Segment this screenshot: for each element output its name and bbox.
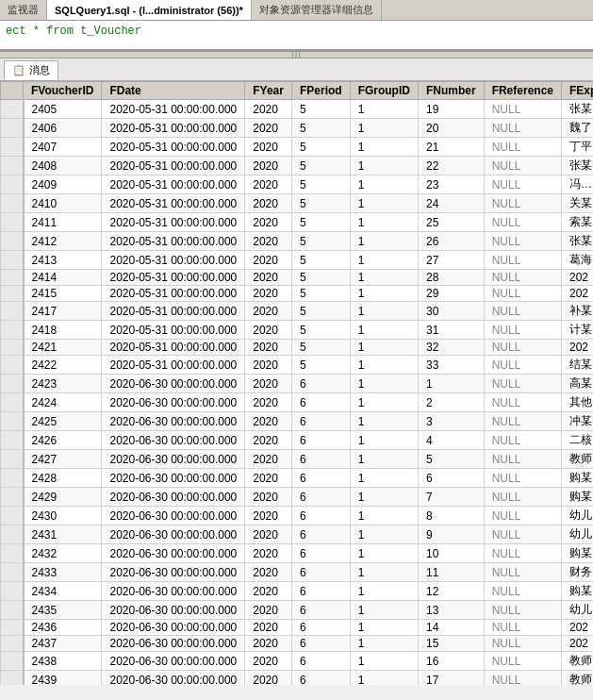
table-row[interactable]: 24152020-05-31 00:00:00.00020205129NULL2… <box>1 286 594 302</box>
table-cell: 2020 <box>245 213 292 232</box>
table-cell: 1 <box>350 119 418 138</box>
table-cell: 1 <box>350 450 418 469</box>
table-cell: 6 <box>291 375 350 393</box>
table-cell: 202 <box>562 620 594 636</box>
row-num <box>1 620 24 636</box>
row-num <box>1 302 24 321</box>
table-cell: NULL <box>484 340 561 356</box>
table-cell: 1 <box>350 636 418 652</box>
tab-monitor[interactable]: 监视器 <box>0 0 47 20</box>
tab-messages[interactable]: 📋 消息 <box>4 60 58 80</box>
table-cell: NULL <box>484 601 561 620</box>
table-row[interactable]: 24222020-05-31 00:00:00.00020205133NULL结… <box>1 356 594 375</box>
table-cell: 2020-06-30 00:00:00.000 <box>102 431 245 450</box>
row-num <box>1 507 24 525</box>
table-row[interactable]: 24112020-05-31 00:00:00.00020205125NULL索… <box>1 213 594 232</box>
table-cell: NULL <box>484 507 561 525</box>
table-row[interactable]: 24122020-05-31 00:00:00.00020205126NULL张… <box>1 232 594 251</box>
table-cell: 2408 <box>24 157 102 175</box>
table-cell: 5 <box>291 213 350 232</box>
table-cell: 2020-06-30 00:00:00.000 <box>102 412 245 431</box>
table-row[interactable]: 24322020-06-30 00:00:00.00020206110NULL购… <box>1 544 594 563</box>
col-no <box>1 82 24 100</box>
table-cell: 2020-06-30 00:00:00.000 <box>102 450 245 469</box>
table-row[interactable]: 24062020-05-31 00:00:00.00020205120NULL魏… <box>1 119 594 138</box>
table-row[interactable]: 24232020-06-30 00:00:00.0002020611NULL高某 <box>1 375 594 393</box>
table-row[interactable]: 24242020-06-30 00:00:00.0002020612NULL其他 <box>1 393 594 412</box>
table-cell: 6 <box>418 469 484 488</box>
table-row[interactable]: 24382020-06-30 00:00:00.00020206116NULL教… <box>1 652 594 671</box>
table-row[interactable]: 24252020-06-30 00:00:00.0002020613NULL冲某 <box>1 412 594 431</box>
table-row[interactable]: 24292020-06-30 00:00:00.0002020617NULL购某 <box>1 488 594 507</box>
table-row[interactable]: 24092020-05-31 00:00:00.00020205123NULL冯… <box>1 175 594 194</box>
table-row[interactable]: 24332020-06-30 00:00:00.00020206111NULL财… <box>1 563 594 582</box>
table-row[interactable]: 24282020-06-30 00:00:00.0002020616NULL购某 <box>1 469 594 488</box>
table-cell: 2406 <box>24 119 102 138</box>
table-row[interactable]: 24142020-05-31 00:00:00.00020205128NULL2… <box>1 270 594 286</box>
table-row[interactable]: 24302020-06-30 00:00:00.0002020618NULL幼儿 <box>1 507 594 525</box>
table-cell: 8 <box>418 507 484 525</box>
table-cell: 2425 <box>24 412 102 431</box>
table-cell: NULL <box>484 138 561 157</box>
table-row[interactable]: 24262020-06-30 00:00:00.0002020614NULL二核 <box>1 431 594 450</box>
table-cell: NULL <box>484 488 561 507</box>
table-cell: 2421 <box>24 340 102 356</box>
row-num <box>1 375 24 393</box>
tab-sql[interactable]: SQLQuery1.sql - (l...dministrator (56))* <box>47 0 252 20</box>
table-row[interactable]: 24362020-06-30 00:00:00.00020206114NULL2… <box>1 620 594 636</box>
table-cell: 6 <box>291 601 350 620</box>
data-table-container[interactable]: FVoucherID FDate FYear FPeriod FGroupID … <box>0 81 593 685</box>
table-cell: 5 <box>291 302 350 321</box>
table-cell: 5 <box>291 119 350 138</box>
row-num <box>1 636 24 652</box>
table-cell: 2431 <box>24 525 102 544</box>
table-cell: 2020-06-30 00:00:00.000 <box>102 488 245 507</box>
table-cell: 27 <box>418 251 484 270</box>
table-cell: 2020 <box>245 194 292 213</box>
table-row[interactable]: 24102020-05-31 00:00:00.00020205124NULL关… <box>1 194 594 213</box>
table-cell: NULL <box>484 393 561 412</box>
table-row[interactable]: 24082020-05-31 00:00:00.00020205122NULL张… <box>1 157 594 175</box>
table-row[interactable]: 24182020-05-31 00:00:00.00020205131NULL计… <box>1 321 594 340</box>
table-cell: NULL <box>484 375 561 393</box>
table-cell: 1 <box>350 213 418 232</box>
table-cell: NULL <box>484 671 561 686</box>
table-cell: 6 <box>291 544 350 563</box>
table-row[interactable]: 24072020-05-31 00:00:00.00020205121NULL丁… <box>1 138 594 157</box>
table-row[interactable]: 24342020-06-30 00:00:00.00020206112NULL购… <box>1 582 594 601</box>
table-cell: 6 <box>291 412 350 431</box>
table-row[interactable]: 24172020-05-31 00:00:00.00020205130NULL补… <box>1 302 594 321</box>
table-cell: 1 <box>350 671 418 686</box>
table-cell: 2020 <box>245 652 292 671</box>
table-cell: NULL <box>484 620 561 636</box>
table-cell: 2020 <box>245 286 292 302</box>
table-row[interactable]: 24312020-06-30 00:00:00.0002020619NULL幼儿 <box>1 525 594 544</box>
table-row[interactable]: 24352020-06-30 00:00:00.00020206113NULL幼… <box>1 601 594 620</box>
table-cell: 29 <box>418 286 484 302</box>
table-header-row: FVoucherID FDate FYear FPeriod FGroupID … <box>1 82 594 100</box>
table-cell: 1 <box>350 563 418 582</box>
table-row[interactable]: 24372020-06-30 00:00:00.00020206115NULL2… <box>1 636 594 652</box>
row-num <box>1 469 24 488</box>
table-cell: NULL <box>484 563 561 582</box>
table-cell: NULL <box>484 582 561 601</box>
table-row[interactable]: 24272020-06-30 00:00:00.0002020615NULL教师 <box>1 450 594 469</box>
table-cell: 24 <box>418 194 484 213</box>
table-row[interactable]: 24132020-05-31 00:00:00.00020205127NULL葛… <box>1 251 594 270</box>
table-cell: 6 <box>291 582 350 601</box>
table-row[interactable]: 24212020-05-31 00:00:00.00020205132NULL2… <box>1 340 594 356</box>
sql-editor[interactable]: ect * from t_Voucher <box>0 21 593 51</box>
table-cell: 2020 <box>245 620 292 636</box>
table-cell: 2432 <box>24 544 102 563</box>
row-num <box>1 251 24 270</box>
table-cell: 1 <box>350 488 418 507</box>
table-cell: NULL <box>484 232 561 251</box>
table-row[interactable]: 24052020-05-31 00:00:00.00020205119NULL张… <box>1 100 594 119</box>
table-cell: NULL <box>484 213 561 232</box>
table-cell: 2020-05-31 00:00:00.000 <box>102 356 245 375</box>
table-cell: 2020 <box>245 302 292 321</box>
table-cell: 202 <box>562 636 594 652</box>
table-cell: 6 <box>291 525 350 544</box>
tab-object-explorer[interactable]: 对象资源管理器详细信息 <box>252 0 382 20</box>
table-row[interactable]: 24392020-06-30 00:00:00.00020206117NULL教… <box>1 671 594 686</box>
